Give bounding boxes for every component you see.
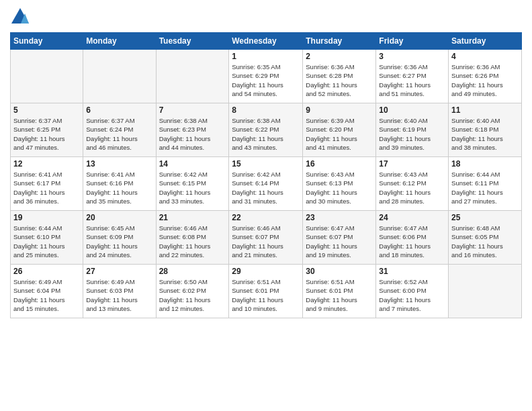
calendar-cell: 16Sunrise: 6:43 AM Sunset: 6:13 PM Dayli…: [303, 157, 376, 211]
weekday-header: Friday: [376, 33, 449, 50]
day-number: 3: [379, 52, 445, 61]
day-number: 25: [451, 213, 519, 222]
day-number: 27: [86, 267, 152, 276]
calendar-table: SundayMondayTuesdayWednesdayThursdayFrid…: [10, 32, 522, 318]
day-info: Sunrise: 6:38 AM Sunset: 6:22 PM Dayligh…: [232, 116, 300, 152]
day-info: Sunrise: 6:46 AM Sunset: 6:07 PM Dayligh…: [232, 224, 300, 259]
calendar-week-row: 12Sunrise: 6:41 AM Sunset: 6:17 PM Dayli…: [11, 157, 522, 211]
calendar-cell: 27Sunrise: 6:49 AM Sunset: 6:03 PM Dayli…: [83, 265, 156, 318]
day-info: Sunrise: 6:40 AM Sunset: 6:19 PM Dayligh…: [379, 116, 445, 152]
day-number: 20: [86, 213, 152, 222]
calendar-header-row: SundayMondayTuesdayWednesdayThursdayFrid…: [11, 33, 522, 50]
calendar-cell: 6Sunrise: 6:37 AM Sunset: 6:24 PM Daylig…: [83, 103, 156, 157]
calendar-cell: 4Sunrise: 6:36 AM Sunset: 6:26 PM Daylig…: [449, 50, 522, 103]
day-number: 29: [232, 267, 300, 276]
day-info: Sunrise: 6:40 AM Sunset: 6:18 PM Dayligh…: [451, 116, 519, 152]
calendar-cell: 15Sunrise: 6:42 AM Sunset: 6:14 PM Dayli…: [229, 157, 303, 211]
day-number: 9: [306, 105, 373, 115]
calendar-cell: 11Sunrise: 6:40 AM Sunset: 6:18 PM Dayli…: [449, 103, 522, 157]
day-number: 24: [379, 213, 445, 222]
calendar-cell: 13Sunrise: 6:41 AM Sunset: 6:16 PM Dayli…: [83, 157, 156, 211]
day-info: Sunrise: 6:43 AM Sunset: 6:12 PM Dayligh…: [379, 170, 445, 205]
day-info: Sunrise: 6:47 AM Sunset: 6:06 PM Dayligh…: [379, 224, 445, 259]
day-number: 8: [232, 105, 300, 115]
weekday-header: Wednesday: [229, 33, 303, 50]
day-number: 5: [13, 105, 80, 115]
calendar-cell: 3Sunrise: 6:36 AM Sunset: 6:27 PM Daylig…: [376, 50, 449, 103]
calendar-cell: 10Sunrise: 6:40 AM Sunset: 6:19 PM Dayli…: [376, 103, 449, 157]
day-number: 19: [13, 213, 80, 222]
day-info: Sunrise: 6:35 AM Sunset: 6:29 PM Dayligh…: [232, 62, 300, 98]
day-number: 28: [159, 267, 226, 276]
day-number: 10: [379, 105, 445, 115]
day-info: Sunrise: 6:52 AM Sunset: 6:00 PM Dayligh…: [379, 277, 445, 313]
calendar-cell: 1Sunrise: 6:35 AM Sunset: 6:29 PM Daylig…: [229, 50, 303, 103]
calendar-week-row: 1Sunrise: 6:35 AM Sunset: 6:29 PM Daylig…: [11, 50, 522, 103]
page-header: [10, 7, 522, 27]
day-info: Sunrise: 6:47 AM Sunset: 6:07 PM Dayligh…: [306, 224, 373, 259]
page-container: SundayMondayTuesdayWednesdayThursdayFrid…: [0, 0, 532, 411]
day-number: 12: [13, 159, 80, 169]
day-info: Sunrise: 6:36 AM Sunset: 6:26 PM Dayligh…: [451, 62, 519, 98]
day-number: 30: [306, 267, 373, 276]
weekday-header: Sunday: [11, 33, 83, 50]
day-info: Sunrise: 6:51 AM Sunset: 6:01 PM Dayligh…: [306, 277, 373, 313]
calendar-cell: [83, 50, 156, 103]
weekday-header: Tuesday: [156, 33, 229, 50]
calendar-cell: 9Sunrise: 6:39 AM Sunset: 6:20 PM Daylig…: [303, 103, 376, 157]
calendar-cell: 21Sunrise: 6:46 AM Sunset: 6:08 PM Dayli…: [156, 211, 229, 265]
day-number: 2: [306, 52, 373, 61]
day-info: Sunrise: 6:50 AM Sunset: 6:02 PM Dayligh…: [159, 277, 226, 313]
calendar-cell: 26Sunrise: 6:49 AM Sunset: 6:04 PM Dayli…: [11, 265, 83, 318]
day-number: 17: [379, 159, 445, 169]
calendar-cell: 5Sunrise: 6:37 AM Sunset: 6:25 PM Daylig…: [11, 103, 83, 157]
day-info: Sunrise: 6:44 AM Sunset: 6:10 PM Dayligh…: [13, 224, 80, 259]
day-info: Sunrise: 6:37 AM Sunset: 6:25 PM Dayligh…: [13, 116, 80, 152]
calendar-cell: 22Sunrise: 6:46 AM Sunset: 6:07 PM Dayli…: [229, 211, 303, 265]
day-info: Sunrise: 6:44 AM Sunset: 6:11 PM Dayligh…: [451, 170, 519, 205]
logo: [10, 7, 33, 27]
day-info: Sunrise: 6:49 AM Sunset: 6:03 PM Dayligh…: [86, 277, 152, 313]
calendar-cell: 23Sunrise: 6:47 AM Sunset: 6:07 PM Dayli…: [303, 211, 376, 265]
day-info: Sunrise: 6:36 AM Sunset: 6:28 PM Dayligh…: [306, 62, 373, 98]
logo-icon: [10, 7, 30, 27]
day-info: Sunrise: 6:39 AM Sunset: 6:20 PM Dayligh…: [306, 116, 373, 152]
day-info: Sunrise: 6:46 AM Sunset: 6:08 PM Dayligh…: [159, 224, 226, 259]
calendar-cell: [11, 50, 83, 103]
day-number: 14: [159, 159, 226, 169]
day-info: Sunrise: 6:36 AM Sunset: 6:27 PM Dayligh…: [379, 62, 445, 98]
calendar-cell: 31Sunrise: 6:52 AM Sunset: 6:00 PM Dayli…: [376, 265, 449, 318]
day-info: Sunrise: 6:41 AM Sunset: 6:16 PM Dayligh…: [86, 170, 152, 205]
calendar-cell: 19Sunrise: 6:44 AM Sunset: 6:10 PM Dayli…: [11, 211, 83, 265]
day-info: Sunrise: 6:41 AM Sunset: 6:17 PM Dayligh…: [13, 170, 80, 205]
calendar-cell: 25Sunrise: 6:48 AM Sunset: 6:05 PM Dayli…: [449, 211, 522, 265]
day-number: 4: [451, 52, 519, 61]
day-info: Sunrise: 6:37 AM Sunset: 6:24 PM Dayligh…: [86, 116, 152, 152]
day-info: Sunrise: 6:48 AM Sunset: 6:05 PM Dayligh…: [451, 224, 519, 259]
weekday-header: Thursday: [303, 33, 376, 50]
day-number: 21: [159, 213, 226, 222]
calendar-cell: 7Sunrise: 6:38 AM Sunset: 6:23 PM Daylig…: [156, 103, 229, 157]
day-info: Sunrise: 6:49 AM Sunset: 6:04 PM Dayligh…: [13, 277, 80, 313]
day-info: Sunrise: 6:51 AM Sunset: 6:01 PM Dayligh…: [232, 277, 300, 313]
day-number: 16: [306, 159, 373, 169]
day-info: Sunrise: 6:45 AM Sunset: 6:09 PM Dayligh…: [86, 224, 152, 259]
calendar-cell: 8Sunrise: 6:38 AM Sunset: 6:22 PM Daylig…: [229, 103, 303, 157]
day-number: 13: [86, 159, 152, 169]
calendar-cell: 30Sunrise: 6:51 AM Sunset: 6:01 PM Dayli…: [303, 265, 376, 318]
day-number: 22: [232, 213, 300, 222]
weekday-header: Saturday: [449, 33, 522, 50]
day-info: Sunrise: 6:42 AM Sunset: 6:15 PM Dayligh…: [159, 170, 226, 205]
calendar-cell: 17Sunrise: 6:43 AM Sunset: 6:12 PM Dayli…: [376, 157, 449, 211]
day-number: 26: [13, 267, 80, 276]
calendar-cell: 20Sunrise: 6:45 AM Sunset: 6:09 PM Dayli…: [83, 211, 156, 265]
day-number: 11: [451, 105, 519, 115]
weekday-header: Monday: [83, 33, 156, 50]
day-number: 15: [232, 159, 300, 169]
calendar-cell: 24Sunrise: 6:47 AM Sunset: 6:06 PM Dayli…: [376, 211, 449, 265]
calendar-week-row: 19Sunrise: 6:44 AM Sunset: 6:10 PM Dayli…: [11, 211, 522, 265]
day-number: 18: [451, 159, 519, 169]
calendar-cell: [156, 50, 229, 103]
calendar-cell: 18Sunrise: 6:44 AM Sunset: 6:11 PM Dayli…: [449, 157, 522, 211]
day-number: 6: [86, 105, 152, 115]
